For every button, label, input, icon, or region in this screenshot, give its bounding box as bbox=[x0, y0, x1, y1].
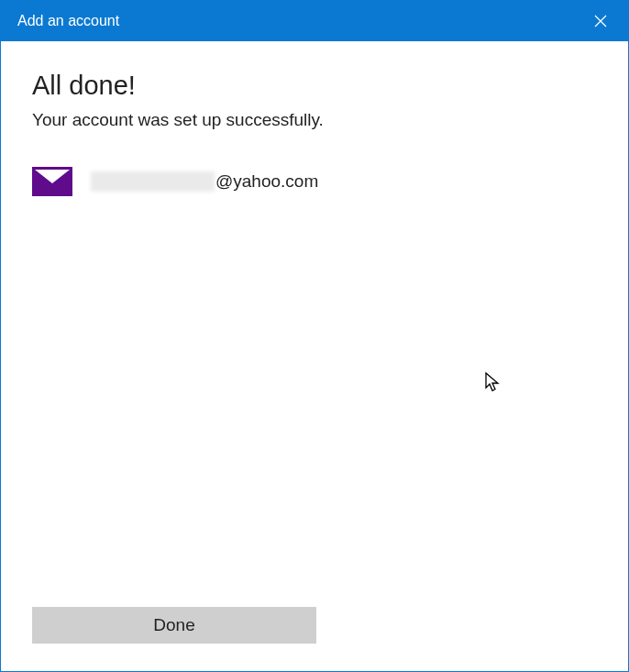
titlebar: Add an account bbox=[1, 1, 628, 41]
account-email: @yahoo.com bbox=[91, 171, 318, 192]
dialog-window: Add an account All done! Your account wa… bbox=[0, 0, 629, 672]
window-title: Add an account bbox=[17, 13, 573, 29]
heading: All done! bbox=[32, 71, 597, 101]
dialog-footer: Done bbox=[1, 607, 628, 671]
subheading: Your account was set up successfully. bbox=[32, 110, 597, 130]
close-button[interactable] bbox=[573, 1, 628, 41]
mail-icon bbox=[32, 167, 72, 196]
email-local-redacted bbox=[91, 171, 215, 192]
account-row: @yahoo.com bbox=[32, 167, 597, 196]
close-icon bbox=[594, 15, 607, 28]
done-button[interactable]: Done bbox=[32, 607, 316, 644]
cursor-icon bbox=[484, 371, 501, 397]
email-domain: @yahoo.com bbox=[215, 171, 318, 192]
dialog-content: All done! Your account was set up succes… bbox=[1, 41, 628, 607]
